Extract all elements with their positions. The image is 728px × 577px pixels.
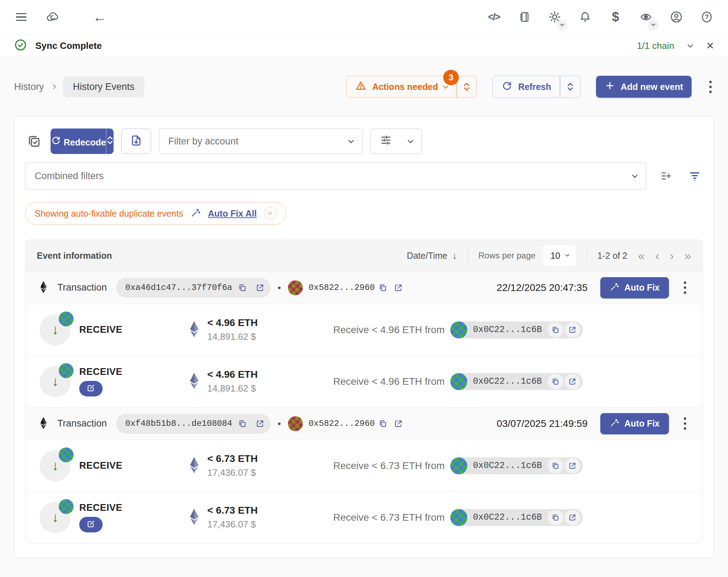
help-icon[interactable]: ?: [700, 10, 714, 24]
privacy-eye-icon[interactable]: [639, 10, 653, 24]
actions-needed-button[interactable]: 3 Actions needed: [346, 76, 477, 98]
rows-per-page-select[interactable]: 10: [543, 245, 576, 266]
add-filter-icon[interactable]: [658, 168, 675, 184]
table-row-receive: ↓ RECEIVE < 6.73 ETH 17,436.07 $ Rece: [25, 491, 703, 543]
notifications-bell-icon[interactable]: [578, 10, 592, 24]
event-information-header: Event information: [37, 251, 112, 261]
sync-status-title: Sync Complete: [35, 40, 102, 51]
auto-fix-button[interactable]: Auto Fix: [600, 277, 669, 298]
from-address: 0x0C22...1c6B: [469, 376, 546, 387]
table-row-receive: ↓ RECEIVE < 4.96 ETH 14,891.62 $ Receive…: [25, 304, 703, 355]
redecode-refresh-icon: [51, 137, 64, 147]
auto-fix-button[interactable]: Auto Fix: [600, 413, 669, 434]
expand-banner-chevron-icon[interactable]: [688, 42, 693, 47]
cloud-icon[interactable]: [45, 10, 59, 24]
external-link-icon[interactable]: [565, 510, 580, 525]
external-link-icon[interactable]: [565, 458, 580, 474]
eth-chain-icon: [40, 417, 47, 431]
tx-hash: 0xa46d1c47...37f70f6a: [125, 283, 232, 292]
event-datetime: 03/07/2025 21:49:59: [497, 418, 588, 429]
journal-icon[interactable]: [517, 10, 531, 24]
next-page-icon[interactable]: ›: [670, 250, 674, 262]
chevron-right-icon: [51, 84, 56, 89]
eth-chain-icon: [40, 281, 47, 295]
actions-needed-expand-toggle[interactable]: [457, 76, 476, 97]
edited-event-badge[interactable]: [79, 517, 103, 532]
external-link-icon[interactable]: [391, 280, 406, 296]
copy-icon[interactable]: [548, 510, 563, 525]
filter-by-account-select[interactable]: Filter by account: [159, 128, 363, 154]
event-fiat-value: 17,436.07 $: [207, 519, 258, 530]
refresh-expand-toggle[interactable]: [560, 76, 580, 97]
external-link-icon[interactable]: [565, 374, 580, 389]
event-amount: < 6.73 ETH: [207, 505, 258, 516]
duplicate-events-text: Showing auto-fixable duplicate events: [35, 208, 183, 219]
currency-dollar-icon[interactable]: $: [608, 10, 623, 24]
filter-funnel-icon[interactable]: [687, 168, 703, 184]
tx-hash: 0xf48b51b8...de108084: [125, 419, 232, 428]
first-page-icon[interactable]: «: [638, 250, 645, 262]
copy-icon[interactable]: [548, 458, 563, 474]
code-icon[interactable]: </>: [487, 10, 501, 24]
event-type-label: RECEIVE: [79, 324, 168, 335]
theme-sun-icon[interactable]: [548, 10, 562, 24]
actions-needed-label: Actions needed: [372, 82, 438, 92]
row-more-menu[interactable]: [682, 279, 688, 296]
breadcrumb-history-link[interactable]: History: [14, 81, 44, 92]
row-more-menu[interactable]: [682, 415, 688, 432]
from-address-chip: 0x0C22...1c6B: [451, 509, 583, 526]
external-link-icon[interactable]: [565, 322, 580, 338]
account-icon[interactable]: [669, 10, 683, 24]
previous-page-icon[interactable]: ‹: [655, 250, 659, 262]
page-header: History History Events 3 Actions needed: [0, 57, 728, 98]
redecode-button[interactable]: Redecode: [51, 128, 114, 154]
export-download-button[interactable]: [121, 128, 151, 154]
copy-icon[interactable]: [548, 374, 563, 389]
avatar: [288, 280, 303, 295]
breadcrumb: History History Events: [14, 76, 144, 97]
date-time-sort[interactable]: Date/Time ↓: [407, 250, 457, 261]
refresh-button[interactable]: Refresh: [492, 76, 580, 98]
table-settings-button[interactable]: [370, 128, 422, 154]
table-row-receive: ↓ RECEIVE < 6.73 ETH 17,436.07 $ Receive…: [25, 440, 703, 491]
copy-icon[interactable]: [375, 280, 391, 296]
eth-asset-icon: [189, 457, 200, 475]
redecode-expand-toggle[interactable]: [106, 136, 114, 147]
edit-pencil-icon: [86, 383, 96, 394]
auto-fix-all-link[interactable]: Auto Fix All: [208, 208, 257, 219]
combined-filters-select[interactable]: Combined filters: [25, 162, 646, 189]
back-arrow-icon[interactable]: ←: [93, 10, 107, 24]
refresh-icon: [501, 80, 513, 93]
plus-icon: [605, 80, 615, 93]
magic-wand-icon: [609, 418, 619, 430]
copy-icon[interactable]: [548, 322, 563, 338]
menu-icon[interactable]: [14, 10, 28, 24]
page-more-menu[interactable]: [707, 79, 714, 95]
chevron-down-icon: [565, 253, 569, 257]
avatar: [450, 373, 467, 390]
external-link-icon[interactable]: [252, 280, 268, 296]
eth-asset-icon: [189, 321, 200, 339]
avatar: [288, 416, 303, 431]
table-row-receive: ↓ RECEIVE < 4.96 ETH 14,891.62 $ Rece: [25, 355, 703, 407]
add-new-event-button[interactable]: Add new event: [596, 76, 692, 98]
copy-selection-icon[interactable]: [25, 132, 43, 150]
copy-icon[interactable]: [235, 280, 250, 296]
tx-hash-chip: 0xf48b51b8...de108084: [116, 414, 270, 434]
external-link-icon[interactable]: [252, 416, 268, 432]
last-page-icon[interactable]: »: [684, 250, 691, 262]
magic-wand-icon: [190, 207, 201, 219]
avatar: [59, 363, 74, 378]
edit-pencil-icon: [86, 519, 96, 530]
from-address-chip: 0x0C22...1c6B: [451, 457, 583, 474]
event-fiat-value: 14,891.62 $: [207, 383, 258, 394]
chevron-down-icon: [348, 137, 354, 143]
dismiss-chip-icon[interactable]: ×: [264, 207, 277, 220]
edited-event-badge[interactable]: [79, 381, 103, 396]
chevron-down-icon: [648, 20, 659, 30]
external-link-icon[interactable]: [391, 416, 406, 432]
copy-icon[interactable]: [235, 416, 250, 432]
close-banner-icon[interactable]: ×: [706, 39, 714, 52]
eth-asset-icon: [189, 508, 200, 527]
copy-icon[interactable]: [375, 416, 391, 432]
